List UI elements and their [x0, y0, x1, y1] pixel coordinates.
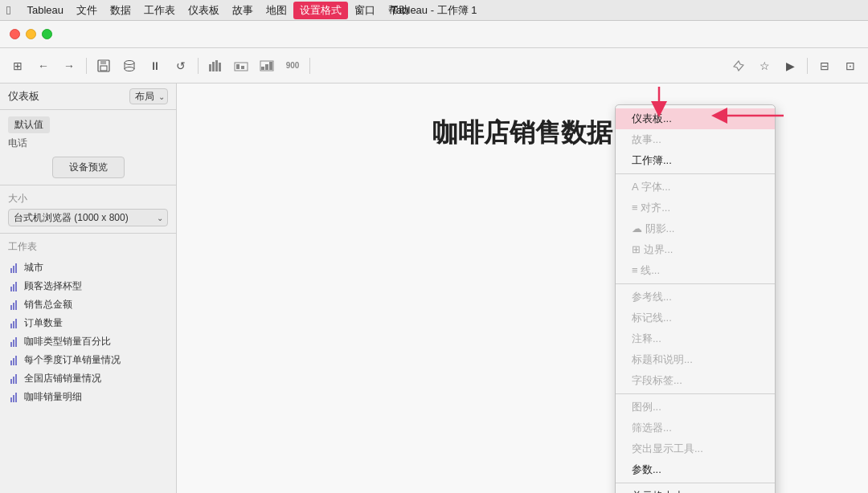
svg-rect-10 — [219, 63, 221, 71]
bar-chart-icon-7 — [8, 374, 19, 384]
svg-rect-1 — [100, 60, 106, 64]
title-bar — [0, 21, 868, 48]
bar-chart-icon-3 — [8, 300, 19, 310]
close-button[interactable] — [10, 29, 20, 39]
toolbar-back-button[interactable]: ← — [32, 55, 55, 77]
sheet-item-sales-detail[interactable]: 咖啡销量明细 — [8, 388, 168, 406]
sheet-label-city: 城市 — [24, 261, 43, 275]
sheet-label-order-count: 订单数量 — [24, 316, 63, 330]
bar-chart-icon-8 — [8, 393, 19, 402]
toolbar-save-button[interactable] — [92, 55, 115, 77]
menu-window[interactable]: 窗口 — [348, 2, 382, 19]
svg-rect-2 — [100, 66, 107, 71]
dd-item-dashboard-fmt[interactable]: 仪表板... — [616, 108, 775, 129]
dd-item-field-label: 字段标签... — [616, 370, 775, 391]
toolbar-right: ☆ ▶ ⊟ ⊡ — [727, 55, 862, 77]
dd-item-title-caption: 标题和说明... — [616, 349, 775, 370]
dashboard-title: 咖啡店销售数据 — [432, 116, 612, 151]
svg-marker-18 — [734, 61, 743, 71]
sheet-label-sales-total: 销售总金额 — [24, 298, 72, 312]
toolbar-separator-2 — [198, 58, 199, 74]
dd-item-story-fmt: 故事... — [616, 129, 775, 150]
svg-rect-9 — [215, 60, 218, 71]
toolbar-chart3-button[interactable] — [256, 55, 278, 77]
svg-point-6 — [125, 67, 134, 71]
sidebar-dashboard-label: 仪表板 — [8, 89, 123, 104]
menu-data[interactable]: 数据 — [104, 2, 137, 19]
menu-format[interactable]: 设置格式 — [293, 2, 348, 19]
dd-item-border: ⊞ 边界... — [616, 239, 775, 260]
toolbar-present-button[interactable]: ▶ — [779, 55, 801, 77]
toolbar-datasource-button[interactable] — [118, 55, 141, 77]
size-select[interactable]: 台式机浏览器 (1000 x 800) — [8, 209, 168, 226]
dd-item-highlight-tool: 突出显示工具... — [616, 438, 775, 459]
window-title: Tableau - 工作簿 1 — [391, 3, 477, 18]
menu-worksheet[interactable]: 工作表 — [137, 2, 182, 19]
toolbar-separator-4 — [807, 58, 808, 74]
toolbar-forward-button[interactable]: → — [58, 55, 80, 77]
toolbar: ⊞ ← → ⏸ ↺ 900 ☆ ▶ ⊟ ⊡ — [0, 48, 868, 84]
dd-item-cell-size[interactable]: 单元格大小 ▶ — [616, 486, 775, 493]
layout-select[interactable]: 布局 — [129, 88, 168, 104]
svg-rect-17 — [269, 62, 272, 70]
menu-story[interactable]: 故事 — [226, 2, 260, 19]
menubar:  Tableau 文件 数据 工作表 仪表板 故事 地图 设置格式 窗口 帮助… — [0, 0, 868, 21]
apple-icon[interactable]:  — [6, 3, 10, 17]
device-preview-button[interactable]: 设备预览 — [52, 157, 125, 178]
sheet-item-city[interactable]: 城市 — [8, 259, 168, 277]
minimize-button[interactable] — [26, 29, 36, 39]
toolbar-separator-3 — [309, 58, 310, 74]
sheet-label-coffee-percent: 咖啡类型销量百分比 — [24, 335, 111, 348]
content-area: 咖啡店销售数据 仪表板... 故事... 工作簿... A 字体... ≡ 对齐… — [177, 84, 868, 493]
dd-item-filter: 筛选器... — [616, 418, 775, 438]
menu-file[interactable]: 文件 — [70, 2, 104, 19]
bar-chart-icon — [8, 263, 19, 273]
device-default-label: 默认值 — [8, 116, 50, 133]
toolbar-pause-button[interactable]: ⏸ — [144, 55, 166, 77]
menu-tableau[interactable]: Tableau — [20, 2, 70, 18]
dd-separator-1 — [616, 173, 775, 174]
toolbar-chart1-button[interactable] — [204, 55, 227, 77]
bar-chart-icon-6 — [8, 356, 19, 365]
dd-item-shadow: ☁ 阴影... — [616, 218, 775, 239]
dd-item-parameter[interactable]: 参数... — [616, 459, 775, 480]
layout-select-wrapper[interactable]: 布局 — [129, 88, 168, 104]
maximize-button[interactable] — [42, 29, 52, 39]
toolbar-split-button[interactable]: ⊡ — [839, 55, 862, 77]
sheet-item-cup-type[interactable]: 顾客选择杯型 — [8, 277, 168, 295]
svg-rect-15 — [261, 67, 264, 70]
toolbar-layout-button[interactable]: ⊟ — [813, 55, 836, 77]
dd-item-line: ≡ 线... — [616, 260, 775, 281]
dd-cell-size-label: 单元格大小 — [632, 489, 684, 493]
size-label: 大小 — [8, 192, 168, 206]
sheet-item-coffee-percent[interactable]: 咖啡类型销量百分比 — [8, 332, 168, 351]
dd-separator-3 — [616, 393, 775, 394]
size-section: 大小 台式机浏览器 (1000 x 800) — [0, 185, 176, 234]
toolbar-star-button[interactable]: ☆ — [753, 55, 776, 77]
sheet-item-sales-total[interactable]: 销售总金额 — [8, 295, 168, 314]
dd-item-workbook-fmt[interactable]: 工作簿... — [616, 150, 775, 171]
toolbar-numbers-button[interactable]: 900 — [281, 55, 304, 77]
menu-dashboard[interactable]: 仪表板 — [182, 2, 226, 19]
dd-item-reference-line: 参考线... — [616, 287, 775, 308]
bar-chart-icon-5 — [8, 337, 19, 347]
main-area: 仪表板 布局 默认值 电话 设备预览 大小 台式机浏览器 (1000 x 800… — [0, 84, 868, 493]
dd-separator-2 — [616, 283, 775, 284]
sheet-item-seasonal-orders[interactable]: 每个季度订单销量情况 — [8, 351, 168, 369]
svg-rect-8 — [212, 62, 215, 71]
sheet-label-cup-type: 顾客选择杯型 — [24, 279, 82, 293]
sheet-label-sales-detail: 咖啡销量明细 — [24, 390, 82, 404]
sheet-item-order-count[interactable]: 订单数量 — [8, 314, 168, 332]
sheet-item-store-sales[interactable]: 全国店铺销量情况 — [8, 369, 168, 388]
dd-item-legend: 图例... — [616, 397, 775, 418]
dd-item-annotation: 注释... — [616, 328, 775, 349]
sheets-label: 工作表 — [8, 240, 168, 254]
toolbar-chart2-button[interactable] — [230, 55, 252, 77]
toolbar-refresh-button[interactable]: ↺ — [170, 55, 192, 77]
dd-item-mark-line: 标记线... — [616, 308, 775, 328]
toolbar-separator-1 — [86, 58, 87, 74]
toolbar-grid-button[interactable]: ⊞ — [6, 55, 29, 77]
toolbar-pin-button[interactable] — [727, 55, 750, 77]
menu-map[interactable]: 地图 — [260, 2, 293, 19]
bar-chart-icon-2 — [8, 282, 19, 291]
